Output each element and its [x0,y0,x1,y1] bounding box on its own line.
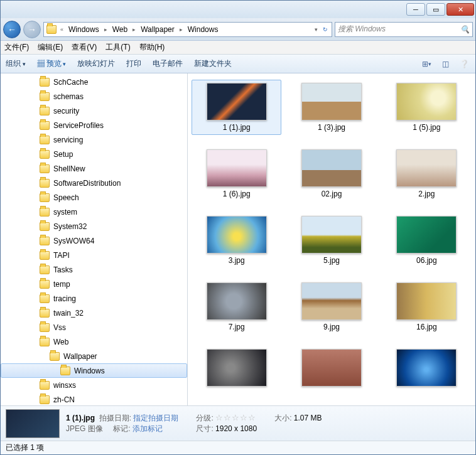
tree-item[interactable]: System32 [1,219,187,233]
tree-item[interactable]: zh-CN [1,392,187,405]
menu-item[interactable]: 编辑(E) [38,42,63,53]
preview-thumbnail [6,409,60,438]
tree-item[interactable]: winsxs [1,378,187,392]
tree-item[interactable]: SoftwareDistribution [1,176,187,190]
tree-item[interactable]: ShellNew [1,161,187,176]
file-item[interactable]: 06.jpg [382,213,472,268]
thumbnail [396,282,457,320]
titlebar: ─ ▭ ✕ [1,1,475,18]
file-item[interactable]: 02.jpg [286,146,376,201]
shot-date[interactable]: 指定拍摄日期 [133,414,178,422]
organize-button[interactable]: 组织 [6,58,26,69]
thumbnail [207,83,267,120]
tree-item[interactable]: servicing [1,132,187,147]
tree-item[interactable]: system [1,205,187,219]
dropdown-icon[interactable]: ▾ [313,26,319,33]
maximize-button[interactable]: ▭ [426,3,445,16]
refresh-icon[interactable]: ↻ [322,26,329,33]
menu-item[interactable]: 帮助(H) [139,42,165,53]
view-mode-button[interactable]: ⊞ [420,58,433,70]
folder-icon [40,265,50,274]
tree-item[interactable]: Tasks [1,262,187,277]
add-tag[interactable]: 添加标记 [133,424,163,433]
back-button[interactable]: ← [3,21,21,38]
folder-icon [40,395,50,404]
folder-icon [40,222,50,231]
folder-icon [40,294,50,303]
file-item[interactable] [382,346,472,392]
file-label: 9.jpg [323,323,340,331]
email-button[interactable]: 电子邮件 [153,58,183,69]
status-bar: 已选择 1 项 [1,441,475,454]
folder-icon [40,193,50,202]
thumbnail [396,149,457,187]
minimize-button[interactable]: ─ [406,3,425,16]
file-item[interactable]: 5.jpg [286,213,376,268]
menu-item[interactable]: 文件(F) [4,42,29,53]
folder-icon [40,136,50,144]
thumbnail [396,349,457,387]
nav-row: ← → « Windows▸ Web▸ Wallpaper▸ Windows ▾… [1,18,475,41]
preview-pane-button[interactable]: ◫ [439,58,452,70]
tree-item[interactable]: tracing [1,291,187,306]
tree-item[interactable]: Web [1,335,187,349]
file-item[interactable]: 1 (1).jpg [192,80,281,135]
tree-item[interactable]: schemas [1,89,187,104]
tree-item[interactable]: TAPI [1,248,187,262]
forward-button[interactable]: → [23,21,41,38]
file-label: 16.jpg [416,323,437,331]
slideshow-button[interactable]: 放映幻灯片 [77,58,115,69]
breadcrumb-seg[interactable]: Windows [67,25,100,34]
file-label: 1 (5).jpg [413,123,440,132]
tree-item[interactable]: Vss [1,320,187,335]
file-label: 7.jpg [229,323,245,331]
tree-item[interactable]: Windows [1,363,187,378]
tree-item[interactable]: SchCache [1,75,187,89]
tree-item[interactable]: twain_32 [1,306,187,320]
folder-tree[interactable]: SchCacheschemassecurityServiceProfilesse… [1,73,188,405]
file-item[interactable] [286,346,376,392]
menubar: 文件(F)编辑(E)查看(V)工具(T)帮助(H) [1,41,475,55]
folder-icon [40,237,50,245]
folder-icon [40,92,50,101]
tree-item[interactable]: ServiceProfiles [1,118,187,132]
file-item[interactable]: 1 (6).jpg [192,146,281,201]
file-label: 02.jpg [322,190,342,198]
file-item[interactable]: 3.jpg [192,213,281,268]
newfolder-button[interactable]: 新建文件夹 [194,58,232,69]
menu-item[interactable]: 查看(V) [72,42,97,53]
thumbnail [396,83,457,120]
file-item[interactable] [192,346,281,392]
file-label: 5.jpg [323,256,340,265]
file-item[interactable]: 1 (3).jpg [286,80,376,135]
rating-stars[interactable]: ☆☆☆☆☆ [215,413,256,422]
tree-item[interactable]: Speech [1,190,187,205]
file-item[interactable]: 16.jpg [382,279,472,335]
print-button[interactable]: 打印 [126,58,141,69]
close-button[interactable]: ✕ [446,3,474,16]
help-icon[interactable]: ❔ [458,58,470,70]
file-item[interactable]: 2.jpg [382,146,472,201]
breadcrumb-seg[interactable]: Wallpaper [139,25,176,34]
breadcrumb-seg[interactable]: Windows [187,25,220,34]
content-area[interactable]: 1 (1).jpg1 (3).jpg1 (5).jpg1 (6).jpg02.j… [188,73,475,405]
search-icon: 🔍 [460,25,470,34]
thumbnail [207,349,267,387]
search-input[interactable]: 搜索 Windows 🔍 [335,22,473,37]
address-bar[interactable]: « Windows▸ Web▸ Wallpaper▸ Windows ▾ ↻ [43,22,332,37]
tree-item[interactable]: temp [1,277,187,291]
tree-item[interactable]: Setup [1,147,187,161]
tree-item[interactable]: security [1,104,187,118]
tree-item[interactable]: Wallpaper [1,349,187,363]
tree-item[interactable]: SysWOW64 [1,233,187,248]
file-item[interactable]: 1 (5).jpg [382,80,472,135]
file-label: 3.jpg [229,256,245,265]
breadcrumb-seg[interactable]: Web [111,25,129,34]
menu-item[interactable]: 工具(T) [105,42,130,53]
preview-button[interactable]: ▦ 预览 [37,58,67,69]
file-item[interactable]: 7.jpg [192,279,281,335]
file-label: 2.jpg [418,190,435,198]
thumbnail [396,216,457,254]
folder-icon [40,107,50,115]
file-item[interactable]: 9.jpg [286,279,376,335]
